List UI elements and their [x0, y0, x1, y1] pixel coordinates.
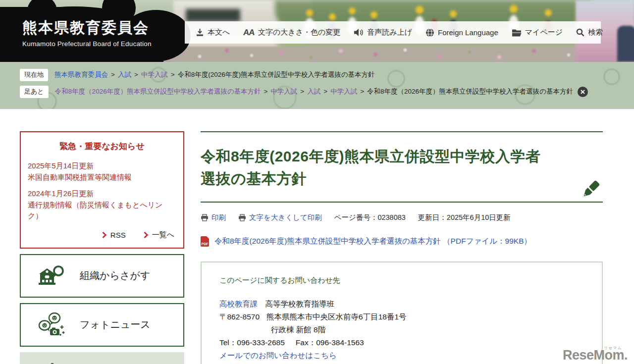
chevron-right-icon: [102, 232, 106, 238]
emergency-item-date: 2025年5月14日更新: [28, 160, 176, 172]
folder-icon: [512, 29, 522, 37]
breadcrumb-separator: >: [360, 88, 364, 95]
contact-box: このページに関するお問い合わせ先 高校教育課高等学校教育指導班 〒862-857…: [201, 261, 603, 364]
nav-item-label: 文字の大きさ・色の変更: [258, 28, 340, 37]
site-header: 熊本県教育委員会 Kumamoto Prefectural Board of E…: [0, 0, 634, 62]
contact-address-line2: 行政棟 新館 8階: [219, 323, 584, 336]
nav-item-read-aloud[interactable]: 音声読み上げ: [354, 28, 412, 37]
footprint-link[interactable]: 中学入試: [270, 88, 297, 95]
sidebar-item-label: 組織からさがす: [80, 269, 150, 282]
search-icon: [576, 28, 584, 37]
breadcrumb-separator: >: [300, 88, 304, 95]
sidebar: 緊急・重要なお知らせ 2025年5月14日更新 米国自動車関税措置等関連情報 2…: [20, 131, 184, 364]
department-link[interactable]: 高校教育課: [219, 300, 258, 308]
footprint-link[interactable]: 入試: [307, 88, 320, 95]
notice-list-label: 一覧へ: [152, 230, 174, 240]
nav-item-label: マイページ: [525, 28, 563, 37]
nav-item-to-content[interactable]: 本文へ: [196, 28, 230, 37]
footprint-link[interactable]: 令和8年度（2026年度）熊本県立併設型中学校入学者選抜の基本方針: [55, 88, 261, 95]
close-icon[interactable]: [578, 87, 588, 97]
sidebar-item-photo-news[interactable]: フォトニュース: [20, 303, 184, 347]
printer-icon: [201, 214, 209, 221]
nav-item-label: Foreign Language: [438, 28, 498, 37]
address2: 行政棟 新館 8階: [271, 325, 325, 334]
emergency-item[interactable]: 2024年1月26日更新 通行規制情報（防災情報くまもとへリンク）: [28, 188, 176, 222]
printer-icon: [238, 214, 246, 221]
rss-link[interactable]: RSS: [102, 230, 126, 240]
utility-nav: 本文へ AA 文字の大きさ・色の変更 音声読み上げ Foreign Langua…: [185, 21, 601, 44]
emergency-item-text: 通行規制情報（防災情報くまもとへリンク）: [28, 200, 176, 222]
pdf-download-link[interactable]: 令和8年度(2026年度)熊本県立併設型中学校入学者選抜の基本方針 （PDFファ…: [214, 236, 531, 247]
site-logo[interactable]: 熊本県教育委員会 Kumamoto Prefectural Board of E…: [22, 19, 152, 48]
emergency-notice-box: 緊急・重要なお知らせ 2025年5月14日更新 米国自動車関税措置等関連情報 2…: [20, 131, 184, 249]
sidebar-item-label: フォトニュース: [80, 318, 151, 331]
nav-item-text-size[interactable]: AA 文字の大きさ・色の変更: [243, 28, 340, 38]
current-location-badge: 現在地: [20, 69, 48, 81]
breadcrumb-link[interactable]: 熊本県教育委員会: [54, 71, 108, 78]
footprint-link[interactable]: 中学入試: [330, 88, 357, 95]
contact-heading: このページに関するお問い合わせ先: [219, 276, 584, 285]
contact-department-line: 高校教育課高等学校教育指導班: [219, 298, 584, 311]
breadcrumb-current-page: 令和8年度(2026年度)熊本県立併設型中学校入学者選抜の基本方針: [178, 71, 375, 78]
breadcrumb-link[interactable]: 中学入試: [141, 71, 168, 78]
resemom-ruby: リセマム: [604, 346, 622, 351]
site-title: 熊本県教育委員会: [22, 19, 152, 37]
pencil-icon: [579, 178, 602, 201]
emergency-links: RSS 一覧へ: [28, 230, 176, 240]
print-label: 印刷: [211, 213, 226, 222]
footprint-current-page: 令和8年度（2026年度）熊本県立併設型中学校入学者選抜の基本方針: [367, 88, 573, 95]
breadcrumb-link[interactable]: 入試: [118, 71, 131, 78]
footprints-trail-row: 足あと 令和8年度（2026年度）熊本県立併設型中学校入学者選抜の基本方針>中学…: [20, 86, 634, 98]
footprints-trail: 令和8年度（2026年度）熊本県立併設型中学校入学者選抜の基本方針>中学入試>入…: [55, 86, 588, 97]
resemom-watermark: リセマム ReseMom.: [563, 348, 628, 363]
page-content: 緊急・重要なお知らせ 2025年5月14日更新 米国自動車関税措置等関連情報 2…: [0, 109, 634, 364]
page-title: 令和8年度(2026年度)熊本県立併設型中学校入学者選抜の基本方針: [201, 145, 552, 190]
page-meta-row: 印刷 文字を大きくして印刷 ページ番号：0238083 更新日：2025年6月1…: [201, 213, 603, 222]
title-block: 令和8年度(2026年度)熊本県立併設型中学校入学者選抜の基本方針: [201, 131, 603, 203]
nav-item-my-page[interactable]: マイページ: [512, 28, 563, 37]
print-link[interactable]: 印刷: [201, 213, 226, 222]
nav-item-label: 本文へ: [208, 28, 230, 37]
footprints-badge: 足あと: [20, 86, 49, 98]
nav-item-label: 検索: [588, 28, 603, 37]
breadcrumb: 現在地 熊本県教育委員会>入試>中学入試>令和8年度(2026年度)熊本県立併設…: [20, 69, 634, 81]
tel: Tel：096-333-2685: [219, 338, 285, 347]
emergency-item-text: 米国自動車関税措置等関連情報: [28, 172, 176, 183]
breadcrumb-band: 現在地 熊本県教育委員会>入試>中学入試>令和8年度(2026年度)熊本県立併設…: [0, 62, 634, 109]
breadcrumb-separator: >: [264, 88, 267, 95]
breadcrumb-separator: >: [323, 88, 327, 95]
notice-list-link[interactable]: 一覧へ: [144, 230, 174, 240]
breadcrumb-separator: >: [134, 71, 138, 78]
download-icon: [196, 28, 204, 37]
chevron-right-icon: [144, 232, 148, 238]
text-size-icon: AA: [243, 28, 255, 38]
nav-item-label: 音声読み上げ: [367, 28, 412, 37]
site-subtitle: Kumamoto Prefectural Board of Education: [22, 40, 152, 48]
pdf-download-row: PDF 令和8年度(2026年度)熊本県立併設型中学校入学者選抜の基本方針 （P…: [201, 236, 603, 247]
emergency-title: 緊急・重要なお知らせ: [28, 141, 176, 152]
nav-item-foreign-language[interactable]: Foreign Language: [425, 28, 498, 37]
main-content: 令和8年度(2026年度)熊本県立併設型中学校入学者選抜の基本方針: [201, 131, 603, 364]
sidebar-item-organization-search[interactable]: 組織からさがす: [20, 254, 184, 298]
pdf-file-icon: PDF: [201, 236, 209, 247]
header-photo-student: [617, 26, 634, 62]
nav-item-search[interactable]: 検索: [576, 28, 603, 37]
page-number: ページ番号：0238083: [334, 213, 406, 222]
header-photo-flower-field: [172, 47, 634, 62]
postal-code: 〒862-8570: [219, 312, 260, 321]
emergency-item[interactable]: 2025年5月14日更新 米国自動車関税措置等関連情報: [28, 160, 176, 183]
print-large-label: 文字を大きくして印刷: [249, 213, 322, 222]
address: 熊本県熊本市中央区水前寺6丁目18番1号: [266, 312, 406, 321]
breadcrumb-trail: 熊本県教育委員会>入試>中学入試>令和8年度(2026年度)熊本県立併設型中学校…: [54, 69, 375, 80]
organization-search-icon: [38, 264, 66, 287]
breadcrumb-separator: >: [111, 71, 115, 78]
mail-inquiry-link[interactable]: メールでのお問い合わせはこちら: [219, 349, 337, 362]
department-sub: 高等学校教育指導班: [265, 300, 335, 308]
print-large-link[interactable]: 文字を大きくして印刷: [238, 213, 322, 222]
speaker-icon: [354, 28, 364, 37]
sidebar-item-partial[interactable]: [20, 352, 184, 364]
rss-label: RSS: [110, 231, 126, 239]
contact-address-line: 〒862-8570熊本県熊本市中央区水前寺6丁目18番1号: [219, 311, 584, 323]
breadcrumb-separator: >: [171, 71, 175, 78]
updated-date: 更新日：2025年6月10日更新: [418, 213, 511, 222]
